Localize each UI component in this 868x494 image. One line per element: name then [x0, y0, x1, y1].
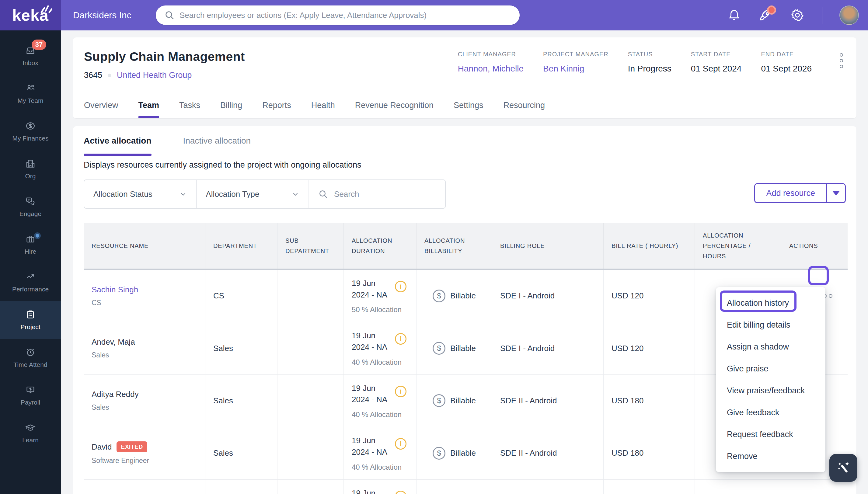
tab-settings[interactable]: Settings: [454, 92, 484, 118]
resource-name-link[interactable]: Sachin Singh: [92, 285, 197, 294]
menu-item-view-praise-feedback[interactable]: View praise/feedback: [716, 380, 825, 401]
duration-value: 19 Jun 2024 - NA: [352, 278, 395, 301]
table-search-input[interactable]: [334, 190, 436, 199]
menu-item-remove[interactable]: Remove: [716, 445, 825, 467]
resource-subtitle: CS: [92, 299, 197, 307]
tab-revenue-recognition[interactable]: Revenue Recognition: [355, 92, 434, 118]
rocket-notification-dot: [767, 5, 776, 15]
sidebar-item-time-attend[interactable]: Time Attend: [0, 339, 61, 377]
resource-name[interactable]: David EXITED: [92, 441, 197, 452]
sidebar-item-my-finances[interactable]: My Finances: [0, 113, 61, 150]
resource-subtitle: Sales: [92, 403, 197, 412]
subtab-active-allocation[interactable]: Active allocation: [84, 136, 152, 156]
subtab-inactive-allocation[interactable]: Inactive allocation: [183, 136, 251, 156]
bill-rate-value: USD 120: [611, 344, 687, 353]
tab-reports[interactable]: Reports: [262, 92, 291, 118]
topbar: keka Darksiders Inc: [0, 0, 868, 31]
gear-icon[interactable]: [790, 8, 805, 22]
allocation-type-dropdown[interactable]: Allocation Type: [197, 180, 309, 208]
dollar-oval-icon: [25, 121, 36, 131]
info-icon[interactable]: i: [395, 438, 407, 450]
billing-role-value: SDE II - Android: [500, 449, 596, 458]
sidebar-item-performance[interactable]: Performance: [0, 263, 61, 301]
allocation-percent: 50 % Allocation: [352, 305, 408, 314]
magic-wand-icon: [835, 459, 852, 476]
department-value: Sales: [213, 449, 269, 458]
add-resource-dropdown-toggle[interactable]: [826, 184, 845, 202]
dollar-icon: $: [433, 394, 446, 407]
sidebar-item-inbox[interactable]: Inbox 37: [0, 37, 61, 75]
billing-role-value: SDE II - Android: [500, 396, 596, 405]
resource-name[interactable]: Andev, Maja: [92, 337, 197, 347]
sidebar-item-engage[interactable]: Engage: [0, 188, 61, 226]
tab-tasks[interactable]: Tasks: [179, 92, 200, 118]
dollar-icon: $: [433, 447, 446, 460]
project-kebab-menu-icon[interactable]: [840, 51, 843, 80]
sidebar-item-label: Org: [25, 172, 36, 180]
info-icon[interactable]: i: [395, 281, 407, 292]
sidebar-item-hire[interactable]: Hire: [0, 226, 61, 263]
keka-logo[interactable]: keka: [0, 0, 61, 31]
menu-item-request-feedback[interactable]: Request feedback: [716, 423, 825, 445]
sidebar-item-project[interactable]: Project: [0, 301, 61, 339]
col-billing-role: BILLING ROLE: [492, 223, 604, 269]
meta-end-date: END DATE 01 Sept 2026: [761, 51, 812, 80]
table-row: Emily Johnson Graphics Designer Product.…: [84, 480, 848, 494]
sidebar-item-label: Time Attend: [13, 361, 47, 368]
bell-icon[interactable]: [727, 8, 741, 22]
billability-value: Billable: [450, 291, 476, 301]
billability-value: Billable: [450, 396, 476, 405]
row-actions-context-menu: Allocation history Edit billing details …: [716, 287, 825, 472]
info-icon[interactable]: i: [395, 491, 407, 494]
menu-item-give-praise[interactable]: Give praise: [716, 358, 825, 380]
rocket-icon[interactable]: [758, 8, 773, 22]
tab-team[interactable]: Team: [138, 92, 159, 118]
add-resource-button[interactable]: Add resource: [754, 183, 846, 203]
menu-item-allocation-history[interactable]: Allocation history: [716, 292, 825, 314]
menu-item-edit-billing-details[interactable]: Edit billing details: [716, 314, 825, 336]
magic-wand-button[interactable]: [829, 454, 857, 482]
info-icon[interactable]: i: [395, 333, 407, 345]
menu-item-assign-a-shadow[interactable]: Assign a shadow: [716, 336, 825, 358]
meta-project-manager: PROJECT MANAGER Ben Kinnig: [543, 51, 608, 80]
graduation-icon: [25, 422, 36, 433]
project-title-block: Supply Chain Management 3645 United Heal…: [84, 50, 245, 80]
global-search[interactable]: [156, 5, 520, 25]
resource-name[interactable]: Aditya Reddy: [92, 390, 197, 399]
clipboard-icon: [25, 309, 36, 320]
sidebar: Inbox 37 My Team My Finances Org Engage …: [0, 31, 61, 494]
hire-indicator-dot: [34, 232, 41, 239]
tab-health[interactable]: Health: [311, 92, 335, 118]
sidebar-item-org[interactable]: Org: [0, 150, 61, 188]
allocation-status-dropdown[interactable]: Allocation Status: [84, 180, 197, 208]
meta-label: PROJECT MANAGER: [543, 51, 608, 58]
table-search-box[interactable]: [309, 180, 445, 208]
search-icon: [318, 189, 328, 199]
project-manager-link[interactable]: Ben Kinnig: [543, 64, 608, 74]
sidebar-item-my-team[interactable]: My Team: [0, 75, 61, 113]
tab-overview[interactable]: Overview: [84, 92, 118, 118]
bill-rate-value: USD 180: [611, 449, 687, 458]
sidebar-item-learn[interactable]: Learn: [0, 414, 61, 452]
client-manager-link[interactable]: Hannon, Michelle: [458, 64, 524, 74]
meta-client-manager: CLIENT MANAGER Hannon, Michelle: [458, 51, 524, 80]
global-search-input[interactable]: [180, 11, 511, 20]
tab-resourcing[interactable]: Resourcing: [503, 92, 545, 118]
chevron-down-icon: [291, 190, 299, 198]
allocation-percent: 40 % Allocation: [352, 463, 408, 472]
col-allocation-billability: ALLOCATION BILLABILITY: [416, 223, 492, 269]
avatar[interactable]: [839, 5, 859, 25]
sidebar-item-label: Payroll: [21, 399, 40, 406]
project-meta: CLIENT MANAGER Hannon, Michelle PROJECT …: [458, 50, 843, 80]
client-link[interactable]: United Health Group: [117, 71, 192, 80]
company-name: Darksiders Inc: [73, 10, 131, 20]
sidebar-item-label: Hire: [25, 248, 37, 255]
tab-billing[interactable]: Billing: [220, 92, 242, 118]
sidebar-item-label: My Team: [18, 97, 43, 104]
menu-item-give-feedback[interactable]: Give feedback: [716, 401, 825, 423]
billing-role-value: SDE I - Android: [500, 344, 596, 353]
page-title: Supply Chain Management: [84, 50, 245, 64]
info-icon[interactable]: i: [395, 386, 407, 397]
sidebar-item-payroll[interactable]: Payroll: [0, 377, 61, 414]
topbar-divider: [822, 7, 823, 24]
